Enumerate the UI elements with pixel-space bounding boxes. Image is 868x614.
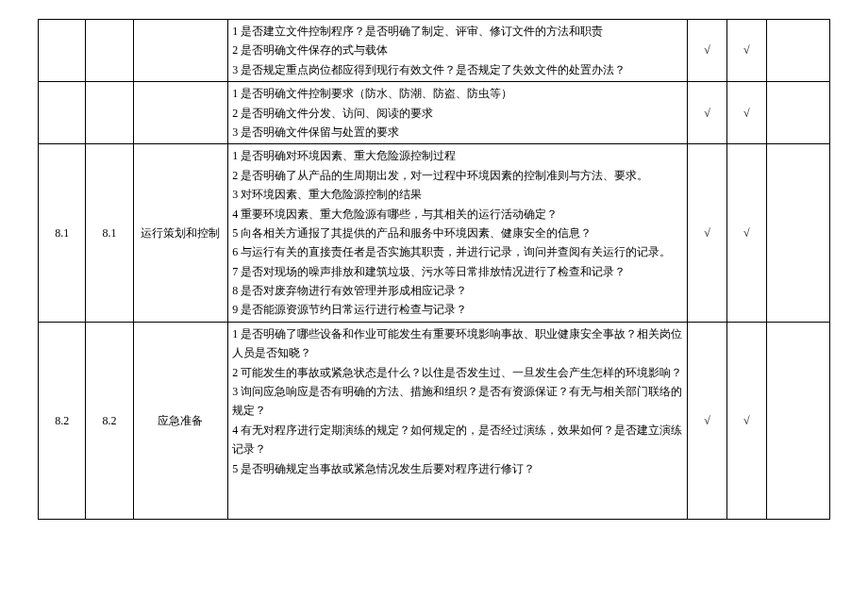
cell-remark	[766, 82, 829, 144]
table-row: 1 是否明确文件控制要求（防水、防潮、防盗、防虫等） 2 是否明确文件分发、访问…	[39, 82, 830, 144]
cell-remark	[766, 144, 829, 323]
cell-check-1: √	[687, 20, 726, 82]
cell-check-2: √	[726, 144, 766, 323]
cell-remark	[766, 322, 829, 519]
cell-category: 运行策划和控制	[133, 144, 228, 323]
cell-code-b	[86, 82, 133, 144]
cell-check-2: √	[726, 322, 766, 519]
cell-code-a: 8.1	[39, 144, 86, 323]
cell-code-b: 8.2	[86, 322, 133, 519]
cell-content: 1 是否建立文件控制程序？是否明确了制定、评审、修订文件的方法和职责 2 是否明…	[228, 20, 688, 82]
cell-remark	[766, 20, 829, 82]
cell-code-a	[39, 20, 86, 82]
table-row: 8.1 8.1 运行策划和控制 1 是否明确对环境因素、重大危险源控制过程 2 …	[39, 144, 830, 323]
cell-content: 1 是否明确了哪些设备和作业可能发生有重要环境影响事故、职业健康安全事故？相关岗…	[228, 322, 688, 519]
cell-content: 1 是否明确文件控制要求（防水、防潮、防盗、防虫等） 2 是否明确文件分发、访问…	[228, 82, 688, 144]
cell-code-b: 8.1	[86, 144, 133, 323]
audit-checklist-table: 1 是否建立文件控制程序？是否明确了制定、评审、修订文件的方法和职责 2 是否明…	[38, 19, 830, 520]
cell-check-2: √	[726, 82, 766, 144]
cell-check-2: √	[726, 20, 766, 82]
cell-check-1: √	[687, 82, 726, 144]
cell-code-a: 8.2	[39, 322, 86, 519]
cell-code-a	[39, 82, 86, 144]
table-row: 1 是否建立文件控制程序？是否明确了制定、评审、修订文件的方法和职责 2 是否明…	[39, 20, 830, 82]
cell-check-1: √	[687, 322, 726, 519]
table-row: 8.2 8.2 应急准备 1 是否明确了哪些设备和作业可能发生有重要环境影响事故…	[39, 322, 830, 519]
cell-check-1: √	[687, 144, 726, 323]
cell-content: 1 是否明确对环境因素、重大危险源控制过程 2 是否明确了从产品的生周期出发，对…	[228, 144, 688, 323]
cell-category	[133, 82, 228, 144]
cell-code-b	[86, 20, 133, 82]
cell-category: 应急准备	[133, 322, 228, 519]
cell-category	[133, 20, 228, 82]
